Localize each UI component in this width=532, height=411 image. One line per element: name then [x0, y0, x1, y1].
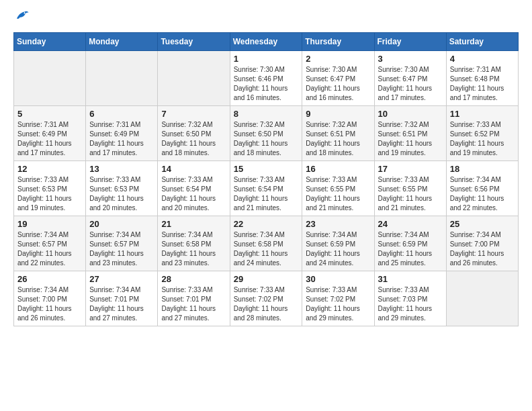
day-cell: 22Sunrise: 7:34 AM Sunset: 6:58 PM Dayli… [230, 216, 302, 271]
day-number: 24 [378, 219, 443, 229]
day-info: Sunrise: 7:30 AM Sunset: 6:46 PM Dayligh… [234, 65, 299, 103]
day-cell: 3Sunrise: 7:30 AM Sunset: 6:47 PM Daylig… [374, 51, 446, 106]
day-info: Sunrise: 7:31 AM Sunset: 6:49 PM Dayligh… [89, 120, 154, 158]
day-number: 4 [450, 54, 515, 64]
week-row-5: 26Sunrise: 7:34 AM Sunset: 7:00 PM Dayli… [14, 271, 519, 326]
day-number: 3 [378, 54, 443, 64]
day-number: 16 [306, 164, 370, 174]
day-cell: 7Sunrise: 7:32 AM Sunset: 6:50 PM Daylig… [158, 106, 230, 161]
day-info: Sunrise: 7:33 AM Sunset: 7:02 PM Dayligh… [234, 285, 299, 323]
day-cell: 21Sunrise: 7:34 AM Sunset: 6:58 PM Dayli… [158, 216, 230, 271]
calendar-table: SundayMondayTuesdayWednesdayThursdayFrid… [13, 32, 519, 326]
day-cell: 4Sunrise: 7:31 AM Sunset: 6:48 PM Daylig… [446, 51, 518, 106]
day-cell: 26Sunrise: 7:34 AM Sunset: 7:00 PM Dayli… [14, 271, 86, 326]
day-cell [446, 271, 518, 326]
day-info: Sunrise: 7:31 AM Sunset: 6:49 PM Dayligh… [17, 120, 82, 158]
day-cell: 13Sunrise: 7:33 AM Sunset: 6:53 PM Dayli… [86, 161, 158, 216]
day-cell: 23Sunrise: 7:34 AM Sunset: 6:59 PM Dayli… [302, 216, 374, 271]
page: SundayMondayTuesdayWednesdayThursdayFrid… [0, 0, 532, 340]
day-number: 30 [306, 274, 370, 284]
day-cell: 19Sunrise: 7:34 AM Sunset: 6:57 PM Dayli… [14, 216, 86, 271]
weekday-header-thursday: Thursday [302, 33, 374, 51]
day-number: 1 [234, 54, 299, 64]
day-info: Sunrise: 7:32 AM Sunset: 6:51 PM Dayligh… [378, 120, 443, 158]
day-cell: 10Sunrise: 7:32 AM Sunset: 6:51 PM Dayli… [374, 106, 446, 161]
day-cell: 20Sunrise: 7:34 AM Sunset: 6:57 PM Dayli… [86, 216, 158, 271]
day-cell [158, 51, 230, 106]
day-number: 10 [378, 109, 443, 119]
day-info: Sunrise: 7:33 AM Sunset: 6:52 PM Dayligh… [450, 120, 515, 158]
day-cell: 17Sunrise: 7:33 AM Sunset: 6:55 PM Dayli… [374, 161, 446, 216]
day-cell [14, 51, 86, 106]
day-number: 17 [378, 164, 443, 174]
day-info: Sunrise: 7:34 AM Sunset: 7:00 PM Dayligh… [450, 230, 515, 268]
weekday-header-sunday: Sunday [14, 33, 86, 51]
day-number: 26 [17, 274, 82, 284]
day-number: 31 [378, 274, 443, 284]
day-info: Sunrise: 7:31 AM Sunset: 6:48 PM Dayligh… [450, 65, 515, 103]
day-cell: 25Sunrise: 7:34 AM Sunset: 7:00 PM Dayli… [446, 216, 518, 271]
weekday-header-row: SundayMondayTuesdayWednesdayThursdayFrid… [14, 33, 519, 51]
day-number: 29 [234, 274, 299, 284]
week-row-2: 5Sunrise: 7:31 AM Sunset: 6:49 PM Daylig… [14, 106, 519, 161]
day-cell: 18Sunrise: 7:34 AM Sunset: 6:56 PM Dayli… [446, 161, 518, 216]
day-cell: 2Sunrise: 7:30 AM Sunset: 6:47 PM Daylig… [302, 51, 374, 106]
day-info: Sunrise: 7:33 AM Sunset: 6:53 PM Dayligh… [17, 175, 82, 213]
day-number: 6 [89, 109, 154, 119]
day-number: 22 [234, 219, 299, 229]
day-cell: 16Sunrise: 7:33 AM Sunset: 6:55 PM Dayli… [302, 161, 374, 216]
day-cell: 29Sunrise: 7:33 AM Sunset: 7:02 PM Dayli… [230, 271, 302, 326]
week-row-3: 12Sunrise: 7:33 AM Sunset: 6:53 PM Dayli… [14, 161, 519, 216]
day-info: Sunrise: 7:33 AM Sunset: 6:55 PM Dayligh… [306, 175, 370, 213]
day-cell: 24Sunrise: 7:34 AM Sunset: 6:59 PM Dayli… [374, 216, 446, 271]
day-info: Sunrise: 7:33 AM Sunset: 6:55 PM Dayligh… [378, 175, 443, 213]
day-info: Sunrise: 7:34 AM Sunset: 6:56 PM Dayligh… [450, 175, 515, 213]
logo-bird-icon [15, 8, 30, 23]
day-number: 14 [161, 164, 226, 174]
day-number: 9 [306, 109, 370, 119]
day-cell: 11Sunrise: 7:33 AM Sunset: 6:52 PM Dayli… [446, 106, 518, 161]
day-info: Sunrise: 7:32 AM Sunset: 6:51 PM Dayligh… [306, 120, 370, 158]
day-info: Sunrise: 7:34 AM Sunset: 6:57 PM Dayligh… [89, 230, 154, 268]
day-info: Sunrise: 7:34 AM Sunset: 6:58 PM Dayligh… [234, 230, 299, 268]
day-number: 11 [450, 109, 515, 119]
day-info: Sunrise: 7:33 AM Sunset: 6:54 PM Dayligh… [234, 175, 299, 213]
day-info: Sunrise: 7:33 AM Sunset: 6:54 PM Dayligh… [161, 175, 226, 213]
day-info: Sunrise: 7:34 AM Sunset: 6:58 PM Dayligh… [161, 230, 226, 268]
day-info: Sunrise: 7:34 AM Sunset: 6:59 PM Dayligh… [306, 230, 370, 268]
day-number: 23 [306, 219, 370, 229]
day-cell: 9Sunrise: 7:32 AM Sunset: 6:51 PM Daylig… [302, 106, 374, 161]
weekday-header-friday: Friday [374, 33, 446, 51]
day-cell: 12Sunrise: 7:33 AM Sunset: 6:53 PM Dayli… [14, 161, 86, 216]
day-number: 20 [89, 219, 154, 229]
day-info: Sunrise: 7:33 AM Sunset: 6:53 PM Dayligh… [89, 175, 154, 213]
day-cell: 14Sunrise: 7:33 AM Sunset: 6:54 PM Dayli… [158, 161, 230, 216]
day-number: 13 [89, 164, 154, 174]
weekday-header-wednesday: Wednesday [230, 33, 302, 51]
day-number: 27 [89, 274, 154, 284]
day-cell [86, 51, 158, 106]
day-info: Sunrise: 7:33 AM Sunset: 7:01 PM Dayligh… [161, 285, 226, 323]
weekday-header-monday: Monday [86, 33, 158, 51]
day-cell: 6Sunrise: 7:31 AM Sunset: 6:49 PM Daylig… [86, 106, 158, 161]
day-cell: 1Sunrise: 7:30 AM Sunset: 6:46 PM Daylig… [230, 51, 302, 106]
day-number: 12 [17, 164, 82, 174]
day-info: Sunrise: 7:34 AM Sunset: 6:57 PM Dayligh… [17, 230, 82, 268]
day-number: 7 [161, 109, 226, 119]
day-cell: 27Sunrise: 7:34 AM Sunset: 7:01 PM Dayli… [86, 271, 158, 326]
week-row-1: 1Sunrise: 7:30 AM Sunset: 6:46 PM Daylig… [14, 51, 519, 106]
day-number: 5 [17, 109, 82, 119]
day-info: Sunrise: 7:34 AM Sunset: 7:01 PM Dayligh… [89, 285, 154, 323]
day-number: 21 [161, 219, 226, 229]
day-cell: 8Sunrise: 7:32 AM Sunset: 6:50 PM Daylig… [230, 106, 302, 161]
weekday-header-tuesday: Tuesday [158, 33, 230, 51]
week-row-4: 19Sunrise: 7:34 AM Sunset: 6:57 PM Dayli… [14, 216, 519, 271]
logo [13, 11, 30, 23]
day-number: 2 [306, 54, 370, 64]
day-number: 28 [161, 274, 226, 284]
day-cell: 5Sunrise: 7:31 AM Sunset: 6:49 PM Daylig… [14, 106, 86, 161]
day-info: Sunrise: 7:32 AM Sunset: 6:50 PM Dayligh… [161, 120, 226, 158]
day-number: 18 [450, 164, 515, 174]
day-info: Sunrise: 7:30 AM Sunset: 6:47 PM Dayligh… [378, 65, 443, 103]
day-cell: 30Sunrise: 7:33 AM Sunset: 7:02 PM Dayli… [302, 271, 374, 326]
